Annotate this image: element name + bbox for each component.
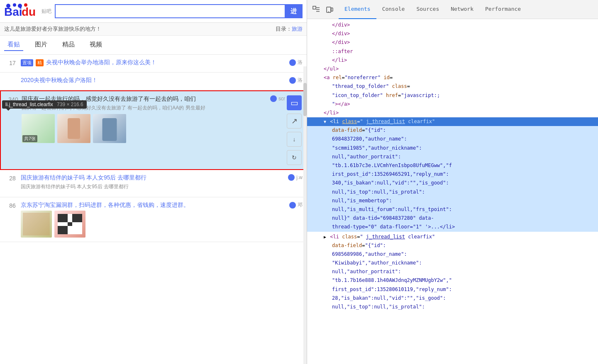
svg-rect-6 xyxy=(313,6,316,9)
tab-performance[interactable]: Performance xyxy=(479,0,527,19)
xml-line: 6985689986,"author_name": xyxy=(307,250,598,259)
thumb-label: 共7张 xyxy=(22,135,37,142)
inspect-element-button[interactable] xyxy=(310,4,322,15)
xml-line: thread-type="0" data-floor="1" '>...</li… xyxy=(307,223,598,231)
xml-line: irst_post_id":135269465291,"reply_num": xyxy=(307,170,598,179)
list-item[interactable]: 2020央视中秋晚会落户洛阳！ 洛 xyxy=(0,73,307,90)
author-avatar xyxy=(289,77,296,84)
xml-line: null,"is_top":null,"is_protal": xyxy=(307,303,598,311)
scroll-thumb[interactable] xyxy=(303,83,307,116)
tab-console[interactable]: Console xyxy=(376,0,411,19)
svg-point-12 xyxy=(328,11,329,12)
device-toolbar-button[interactable] xyxy=(324,4,335,15)
reply-count xyxy=(4,77,21,78)
reply-count: 17 xyxy=(4,59,21,66)
thread-content: 置项 精 央视中秋晚会举办地洛阳，原来你这么美！ xyxy=(21,59,289,68)
xml-line: </ul> xyxy=(307,65,598,73)
svg-point-2 xyxy=(6,4,10,8)
thread-title: 2020央视中秋晚会落户洛阳！ xyxy=(21,77,98,84)
images-row xyxy=(21,211,289,238)
thread-actions: ▭ ↗ ↓ ↻ xyxy=(283,95,302,165)
xml-line: </div> xyxy=(307,21,598,29)
author-info: 邓 xyxy=(289,201,303,209)
author-name: 邓 xyxy=(298,201,303,209)
share-icon[interactable]: ↗ xyxy=(287,114,302,129)
tab-sources[interactable]: Sources xyxy=(410,0,445,19)
list-item[interactable]: 28 国庆旅游有结伴的妹子吗 本人女95后 去哪里都行 国庆旅游有结伴的妹子吗 … xyxy=(0,170,307,197)
xml-line: 28,"is_bakan":null,"vid":"","is_good": xyxy=(307,294,598,303)
xml-line: 340,"is_bakan":null,"vid":"","is_good": xyxy=(307,179,598,187)
tab-jingpin[interactable]: 精品 xyxy=(59,39,78,51)
tab-elements[interactable]: Elements xyxy=(339,0,376,19)
author-name: 洛 xyxy=(298,77,303,84)
xml-line: null,"author_portrait": xyxy=(307,267,598,276)
search-input[interactable] xyxy=(55,4,285,18)
thread-content: 国庆旅游有结伴的妹子吗 本人女95后 去哪里都行 国庆旅游有结伴的妹子吗 本人女… xyxy=(21,174,288,193)
author-name: j.w xyxy=(296,175,303,180)
xml-line: ::after xyxy=(307,47,598,56)
title-row: 置项 精 央视中秋晚会举办地洛阳，原来你这么美！ xyxy=(21,59,289,66)
xml-line: null}" data-tid="6984837280" data- xyxy=(307,214,598,223)
thread-title: 央视中秋晚会举办地洛阳，原来你这么美！ xyxy=(46,59,156,66)
xml-line: "icon_top_folder" href="javascript:; xyxy=(307,91,598,100)
thumb-image: 共7张 xyxy=(22,114,55,143)
thread-list: 17 置项 精 央视中秋晚会举办地洛阳，原来你这么美！ 洛 2020央视中秋晚会… xyxy=(0,55,307,352)
author-avatar xyxy=(270,95,277,102)
author-avatar xyxy=(289,202,296,209)
reply-count: 86 xyxy=(4,201,21,209)
author-info: scr xyxy=(270,95,285,102)
thumb-image xyxy=(54,211,85,238)
tab-kanpie[interactable]: 看贴 xyxy=(4,39,23,51)
xml-line: </div> xyxy=(307,29,598,38)
xml-line: null,"is_membertop": xyxy=(307,197,598,205)
list-item[interactable]: 86 京东苏宁淘宝漏洞群，扫码进群，各种优惠，省钱购，速度进群。 xyxy=(0,197,307,242)
refresh-icon[interactable]: ↻ xyxy=(287,150,302,165)
reply-count: 28 xyxy=(4,174,21,182)
devtools-tabs: Elements Console Sources Network Perform… xyxy=(339,0,595,19)
left-panel: Bai du 贴吧 进 这儿是旅游爱好者分享旅游快乐的地方！ 目录： 旅游 看贴… xyxy=(0,0,307,364)
devtools-content: </div> </div> </div> ::after </li> </ul>… xyxy=(307,19,598,364)
tooltip-size: 739 × 216.6 xyxy=(57,102,83,107)
title-row: 2020央视中秋晚会落户洛阳！ xyxy=(21,77,289,84)
thumb-image xyxy=(57,114,90,143)
thread-title: 京东苏宁淘宝漏洞群，扫码进群，各种优惠，省钱购，速度进群。 xyxy=(21,201,189,209)
tooltip-selector: li.j_thread_list.clearfix xyxy=(5,102,53,107)
xml-line: "Kiwibabyi","author_nickname": xyxy=(307,259,598,267)
xml-line: data-field="{"id": xyxy=(307,241,598,250)
open-thread-icon[interactable]: ▭ xyxy=(287,95,302,110)
xml-line: null,"is_multi_forum":null,"frs_tpoint": xyxy=(307,205,598,214)
baidu-logo: Bai du xyxy=(4,3,41,19)
xml-line: <a rel="noreferrer" id= xyxy=(307,73,598,82)
sub-description: 这儿是旅游爱好者分享旅游快乐的地方！ xyxy=(4,25,276,33)
badge-jing: 精 xyxy=(36,59,44,66)
xml-line: "scmmi1985","author_nickname": xyxy=(307,144,598,153)
devtools-toolbar: Elements Console Sources Network Perform… xyxy=(307,0,598,19)
images-row: 共7张 xyxy=(22,114,283,143)
scroll-track[interactable] xyxy=(303,66,307,364)
tab-network[interactable]: Network xyxy=(445,0,479,19)
tab-shipin[interactable]: 视频 xyxy=(86,39,105,51)
author-name: 洛 xyxy=(298,59,303,66)
search-button[interactable]: 进 xyxy=(285,4,303,18)
author-info: 洛 xyxy=(289,77,303,84)
xml-line: first_post_id":135280610119,"reply_num": xyxy=(307,285,598,294)
xml-line-selected[interactable]: <li class=" j_thread_list clearfix" xyxy=(307,117,598,126)
title-row: 京东苏宁淘宝漏洞群，扫码进群，各种优惠，省钱购，速度进群。 xyxy=(21,201,289,209)
sub-cat-label: 目录： xyxy=(276,25,292,33)
element-tooltip: li.j_thread_list.clearfix 739 × 216.6 xyxy=(2,100,87,109)
list-item[interactable]: 17 置项 精 央视中秋晚会举办地洛阳，原来你这么美！ 洛 xyxy=(0,55,307,73)
svg-point-5 xyxy=(24,3,27,7)
author-name: scr xyxy=(278,96,285,102)
tab-tupian[interactable]: 图片 xyxy=(32,39,51,51)
xml-line: data-field="{"id": xyxy=(307,126,598,135)
xml-line: </div> xyxy=(307,38,598,47)
tieba-header: Bai du 贴吧 进 xyxy=(0,0,307,23)
thread-excerpt: 国庆旅游有结伴的妹子吗 本人女95后 去哪里都行 xyxy=(21,183,288,190)
sub-cat-link[interactable]: 旅游 xyxy=(292,25,303,33)
badge-zhiding: 置项 xyxy=(21,59,33,66)
xml-line: "thread_top_folder" class= xyxy=(307,82,598,91)
xml-line: "tb.1.7b16e888.1h40AWJdnq2yMZNMUgbY2w"," xyxy=(307,276,598,285)
xml-line[interactable]: <li class=" j_thread_list clearfix" xyxy=(307,233,598,241)
download-icon[interactable]: ↓ xyxy=(287,132,302,147)
xml-line: </li> xyxy=(307,56,598,65)
